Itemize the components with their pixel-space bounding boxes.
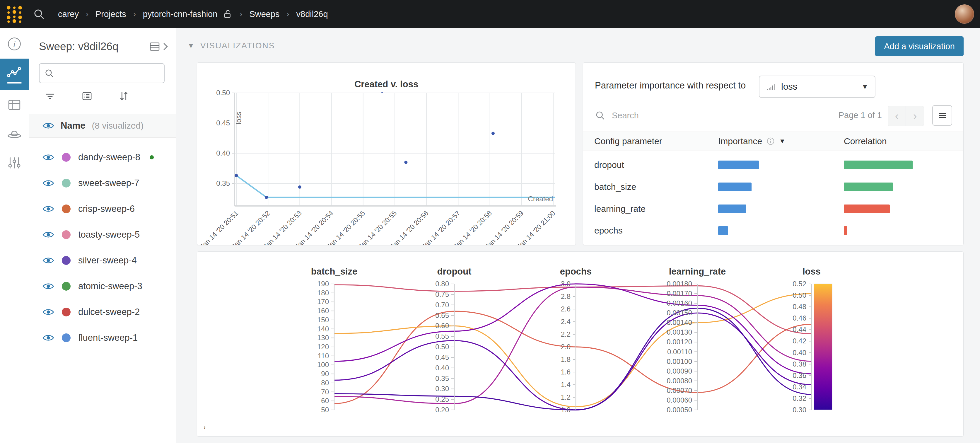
config-parameter-name[interactable]: epochs	[594, 226, 623, 236]
run-eye-icon[interactable]	[43, 282, 54, 291]
scatter-point[interactable]	[380, 89, 384, 92]
run-name[interactable]: atomic-sweep-3	[78, 281, 142, 292]
run-name[interactable]: dulcet-sweep-2	[78, 307, 140, 317]
config-parameter-name[interactable]: learning_rate	[594, 204, 646, 214]
run-name[interactable]: sweet-sweep-7	[78, 178, 139, 188]
run-line[interactable]	[334, 293, 811, 407]
run-name[interactable]: dandy-sweep-8	[78, 152, 140, 163]
run-name[interactable]: crisp-sweep-6	[78, 204, 135, 214]
run-name[interactable]: silver-sweep-4	[78, 255, 137, 266]
group-list-icon[interactable]	[81, 90, 93, 102]
prev-page-button[interactable]: ‹	[888, 106, 906, 126]
scatter-point[interactable]	[563, 122, 566, 125]
scatter-point[interactable]	[235, 174, 238, 177]
axis-tick-label: 1.2	[561, 393, 571, 401]
axis-tick-label: 0.55	[435, 332, 449, 340]
scatter-point[interactable]	[492, 132, 495, 135]
importance-column-header[interactable]: Importance ▼	[718, 136, 786, 146]
active-tab-underline	[7, 82, 22, 83]
toggle-all-eye-icon[interactable]	[43, 121, 54, 130]
config-parameter-name[interactable]: batch_size	[594, 182, 636, 192]
axis-label: epochs	[560, 266, 592, 277]
rail-item-table[interactable]	[0, 89, 29, 120]
scatter-point[interactable]	[298, 185, 301, 189]
name-column-label: Name	[60, 120, 85, 131]
axis-tick-label: 0.30	[792, 406, 806, 414]
visualizations-section-toggle[interactable]: ▼ VISUALIZATIONS	[188, 41, 275, 50]
breadcrumb-project[interactable]: pytorch-cnn-fashion	[143, 10, 218, 19]
sort-icon[interactable]	[118, 90, 130, 102]
rail-item-parameters[interactable]	[0, 147, 29, 178]
axis-tick-label: 2.6	[561, 305, 571, 313]
run-row: sweet-sweep-7	[29, 170, 176, 196]
axis-tick-label: 160	[317, 307, 329, 315]
y-tick-label: 0.50	[216, 89, 230, 97]
axis-tick-label: 0.00060	[667, 396, 692, 404]
runs-search-input[interactable]	[58, 68, 159, 78]
breadcrumb-sweeps[interactable]: Sweeps	[249, 10, 279, 19]
axis-tick-label: 0.36	[792, 371, 806, 379]
wandb-logo-icon[interactable]	[0, 0, 29, 28]
expand-table-button[interactable]	[149, 41, 169, 53]
run-eye-icon[interactable]	[43, 179, 54, 188]
x-tick-label: Jan 14 '20 20:51	[199, 209, 240, 245]
scatter-point[interactable]	[265, 196, 268, 199]
collapse-caret-icon: ▼	[188, 41, 195, 50]
run-line[interactable]	[334, 284, 811, 374]
scatter-point[interactable]	[404, 161, 407, 164]
run-eye-icon[interactable]	[43, 230, 54, 239]
hamburger-icon	[937, 110, 948, 121]
next-page-button[interactable]: ›	[906, 106, 924, 126]
importance-search-box[interactable]	[595, 106, 747, 125]
run-eye-icon[interactable]	[43, 153, 54, 162]
run-eye-icon[interactable]	[43, 256, 54, 265]
run-name[interactable]: toasty-sweep-5	[78, 229, 140, 240]
correlation-bar	[844, 204, 890, 213]
run-line[interactable]	[334, 311, 811, 403]
run-row: dandy-sweep-8	[29, 145, 176, 170]
run-row: crisp-sweep-6	[29, 196, 176, 222]
created-vs-loss-chart[interactable]: 0.500.450.400.35lossCreatedJan 14 '20 20…	[197, 63, 576, 245]
axis-tick-label: 0.44	[792, 325, 806, 333]
axis-tick-label: 0.50	[792, 291, 806, 299]
metric-dropdown[interactable]: loss ▼	[759, 76, 875, 98]
pagination: ‹ ›	[888, 106, 924, 126]
run-name[interactable]: fluent-sweep-1	[78, 333, 138, 343]
config-parameter-name[interactable]: dropout	[594, 160, 624, 170]
global-search-icon[interactable]	[33, 8, 45, 20]
run-color-dot	[62, 204, 71, 213]
axis-tick-label: 80	[321, 379, 329, 387]
run-line[interactable]	[334, 287, 811, 404]
axis-tick-label: 2.4	[561, 318, 571, 325]
left-icon-rail: i	[0, 28, 29, 443]
panel-menu-button[interactable]	[932, 105, 952, 126]
breadcrumb-projects[interactable]: Projects	[95, 10, 126, 19]
axis-tick-label: 90	[321, 370, 329, 378]
user-avatar[interactable]	[955, 5, 974, 24]
axis-tick-label: 0.70	[435, 301, 449, 309]
run-eye-icon[interactable]	[43, 333, 54, 342]
rail-item-sweeps[interactable]	[0, 119, 29, 150]
rail-item-charts[interactable]	[0, 59, 29, 90]
filter-icon[interactable]	[44, 90, 56, 102]
axis-tick-label: 110	[318, 352, 329, 360]
y-tick-label: 0.40	[216, 149, 230, 157]
parallel-coordinates-chart[interactable]: batch_size190180170160150140130120110100…	[197, 252, 963, 436]
importance-search-input[interactable]	[611, 110, 747, 121]
axis-label: dropout	[437, 266, 471, 277]
axis-tick-label: 0.00050	[667, 406, 692, 414]
run-eye-icon[interactable]	[43, 204, 54, 213]
axis-tick-label: 190	[317, 280, 329, 288]
run-eye-icon[interactable]	[43, 308, 54, 316]
dropdown-caret-icon: ▼	[861, 83, 869, 91]
run-color-dot	[62, 282, 71, 291]
rail-item-overview[interactable]: i	[0, 29, 29, 59]
add-visualization-button[interactable]: Add a visualization	[875, 36, 964, 56]
axis-tick-label: 170	[317, 298, 329, 306]
axis-tick-label: 0.46	[792, 314, 806, 322]
breadcrumb-sweep-id[interactable]: v8dil26q	[296, 10, 328, 19]
axis-tick-label: 0.60	[435, 322, 449, 330]
runs-search-box[interactable]	[39, 63, 165, 83]
breadcrumb-user[interactable]: carey	[58, 10, 79, 19]
axis-tick-label: 0.00090	[667, 367, 692, 375]
